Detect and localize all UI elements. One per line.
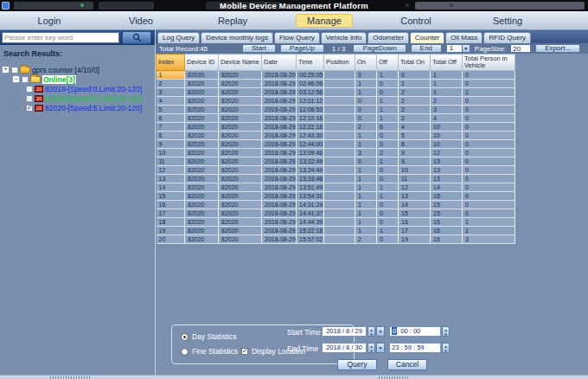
menu-item-replay[interactable]: Replay [187,14,278,28]
fine-statistics-label: Fine Statistics [192,347,238,356]
spinner-icon[interactable]: ▲▼ [442,326,450,337]
export-button[interactable]: Export... [535,44,580,53]
column-header-on[interactable]: On [355,55,377,71]
column-header-off[interactable]: Off [377,55,399,71]
menu-item-manage[interactable]: Manage [278,14,370,28]
table-row[interactable]: 1482020820202018-08-2913:51:491112140 [157,183,515,192]
table-row[interactable]: 1282020820202018-08-2913:24:491010130 [157,166,515,175]
tab-counter[interactable]: Counter [410,32,444,43]
table-row[interactable]: 482020820202018-08-2912:01:1201220 [157,97,515,106]
expand-icon[interactable]: + [2,66,10,74]
table-row[interactable]: 382020820202018-08-2903:12:5610211 [157,88,515,97]
table-row[interactable]: 982020820202018-08-2912:44:00106100 [157,140,515,149]
table-row[interactable]: 1982020820202018-08-2915:22:181117161 [157,227,515,235]
radio-icon[interactable] [181,348,189,356]
column-header-total-on[interactable]: Total On [399,55,431,71]
page-up-button[interactable]: PageUp [280,44,324,53]
table-cell: 82020 [185,201,219,209]
table-row[interactable]: 1682020820202018-08-2914:31:241014150 [157,201,515,209]
spinner-icon[interactable]: ▲▼ [368,343,375,353]
device-icon: 20 [35,95,43,102]
table-cell: 0 [463,97,515,106]
checkbox[interactable] [22,76,29,83]
table-row[interactable]: 2082020820202018-08-2915:57:022019163 [157,235,515,244]
checkbox[interactable] [11,67,18,74]
table-row[interactable]: 282020820202018-08-2902:46:0610110 [157,80,515,88]
column-header-index[interactable]: Index [157,55,185,71]
table-cell: 0 [377,88,399,97]
calendar-dropdown-icon[interactable]: ▼ [376,343,385,353]
tab-device-monthly-logs[interactable]: Device monthly logs [201,32,273,43]
collapse-icon[interactable]: - [12,75,20,83]
table-cell: 19 [157,227,185,235]
column-header-total-off[interactable]: Total Off [431,55,463,71]
column-header-time[interactable]: Time [297,55,324,71]
table-cell: 2018-08-29 [262,209,297,218]
column-header-device-id[interactable]: Device ID [185,55,219,71]
table-row[interactable]: 582020820202018-08-2912:08:5301230 [157,106,515,114]
end-button[interactable]: End [411,44,442,53]
table-row[interactable]: 1382020820202018-08-2913:33:481011130 [157,175,515,183]
table-row[interactable]: 1782020820202018-08-2914:41:371015150 [157,209,515,218]
table-row[interactable]: 882020820202018-08-2912:43:30105100 [157,132,515,140]
table-cell: 82020 [185,132,219,140]
page-size-input[interactable] [510,44,531,53]
checkbox[interactable] [26,105,33,112]
tab-rfid-query[interactable]: RFID Query [483,32,531,43]
start-button[interactable]: Start [242,44,276,53]
table-cell: 2 [399,114,431,123]
display-location-checkbox[interactable] [241,348,248,355]
tree-item-device[interactable]: 2082019-[Speed:0,Limit:20-120] [2,84,155,93]
bottom-scrollbar-strip [0,375,588,379]
table-cell: 82020 [219,227,262,235]
spinner-icon[interactable]: ▲▼ [368,326,375,337]
tree-item-device[interactable]: 2082020-[Speed:5,Limit:20-120] [2,103,155,112]
start-date-field[interactable]: 2018 / 8 / 29 [322,326,367,337]
tab-odometer[interactable]: Odometer [368,32,409,43]
tree-item-online[interactable]: - Online[3] [2,74,155,84]
table-cell: 0 [463,175,515,183]
column-header-position[interactable]: Position [324,55,355,71]
spinner-icon[interactable]: ▲▼ [442,343,450,353]
end-date-field[interactable]: 2018 / 8 / 30 [322,343,367,353]
column-header-device-name[interactable]: Device Name [219,55,262,71]
column-header-date[interactable]: Date [262,55,297,71]
search-input[interactable] [2,32,119,43]
table-row[interactable]: 1182020820202018-08-2913:22:49019130 [157,157,515,166]
calendar-dropdown-icon[interactable]: ▼ [376,326,385,337]
menu-item-control[interactable]: Control [370,14,462,28]
page-select[interactable]: 1 ▼ [446,44,470,53]
query-button[interactable]: Query [337,359,377,370]
end-time-field[interactable]: 23 : 59 : 59 [389,343,441,353]
tree-item-device[interactable]: 2082040-[Speed:0,Limit:20-120] [2,93,155,103]
page-size-label: PageSize: [475,45,506,53]
table-row[interactable]: 782020820202018-08-2912:22:16264100 [157,123,515,132]
table-row[interactable]: 1082020820202018-08-2913:09:46329120 [157,149,515,157]
radio-selected-icon[interactable] [181,333,189,341]
page-down-button[interactable]: PageDown [353,44,406,53]
table-row[interactable]: 1882020820202018-08-2914:44:391016151 [157,218,515,227]
table-cell: 0 [463,80,515,88]
menu-item-login[interactable]: Login [3,14,95,28]
table-row[interactable]: 1582020820202018-08-2913:54:311113150 [157,192,515,201]
tab-log-query[interactable]: Log Query [157,32,200,43]
table-cell: 82020 [219,97,262,106]
table-row[interactable]: 682020820202018-08-2912:10:1601240 [157,114,515,123]
column-header-total-person[interactable]: Total Person in Vehicle [463,55,515,71]
tab-oil-mass[interactable]: Oil Mass [445,32,483,43]
cancel-button[interactable]: Cancel [387,359,427,370]
checkbox[interactable] [26,95,33,102]
table-cell: 2018-08-29 [262,157,297,166]
search-button[interactable] [122,31,151,44]
tab-vehicle-info[interactable]: Vehicle Info [321,32,367,43]
tree-item-group[interactable]: + gprs counter [4/10/0] [2,65,155,74]
checkbox[interactable] [26,86,33,93]
start-time-field[interactable]: 0: 00 : 00 [389,326,441,337]
day-statistics-option[interactable]: Day Statistics [181,332,237,341]
chevron-down-icon[interactable]: ▼ [462,45,470,52]
tab-flow-query[interactable]: Flow Query [274,32,320,43]
table-cell [324,209,355,218]
menu-item-setting[interactable]: Setting [462,14,553,28]
table-row[interactable]: 182020820202018-08-2900:29:0501010 [157,71,515,80]
menu-item-video[interactable]: Video [95,14,187,28]
